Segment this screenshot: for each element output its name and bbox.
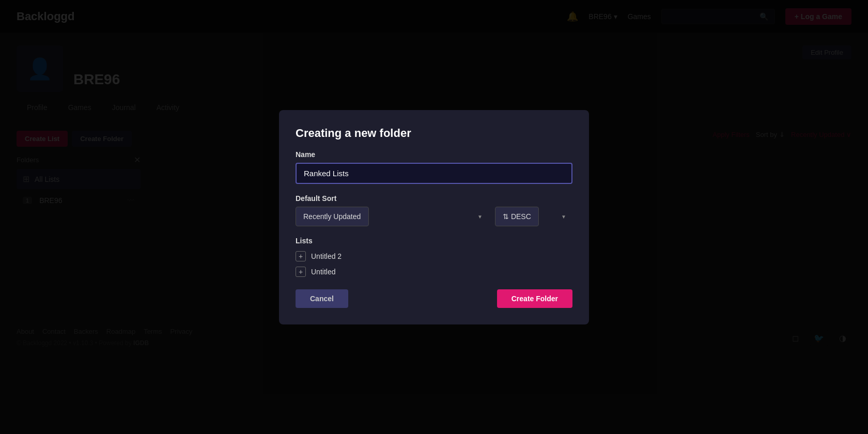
add-list-icon: +	[296, 251, 306, 261]
folder-name-input[interactable]	[296, 163, 572, 184]
create-folder-button[interactable]: Create Folder	[497, 289, 572, 308]
sort-select[interactable]: Recently Updated Alphabetical Date Added…	[296, 207, 369, 226]
modal-overlay[interactable]: Creating a new folder Name Default Sort …	[0, 0, 868, 434]
modal-footer: Cancel Create Folder	[296, 289, 572, 308]
order-select-wrapper: ⇅ DESC ⇅ ASC	[495, 207, 572, 226]
cancel-button[interactable]: Cancel	[296, 289, 348, 308]
sort-select-wrapper: Recently Updated Alphabetical Date Added…	[296, 207, 489, 226]
list-item-name: Untitled	[311, 268, 335, 276]
create-folder-modal: Creating a new folder Name Default Sort …	[279, 110, 589, 324]
list-item[interactable]: + Untitled	[296, 267, 572, 277]
modal-title: Creating a new folder	[296, 127, 572, 140]
sort-row: Recently Updated Alphabetical Date Added…	[296, 207, 572, 226]
list-item[interactable]: + Untitled 2	[296, 251, 572, 261]
lists-label: Lists	[296, 237, 572, 245]
list-item-name: Untitled 2	[311, 252, 342, 260]
order-select[interactable]: ⇅ DESC ⇅ ASC	[495, 207, 539, 226]
name-label: Name	[296, 150, 572, 159]
add-list-icon: +	[296, 267, 306, 277]
default-sort-label: Default Sort	[296, 194, 572, 203]
